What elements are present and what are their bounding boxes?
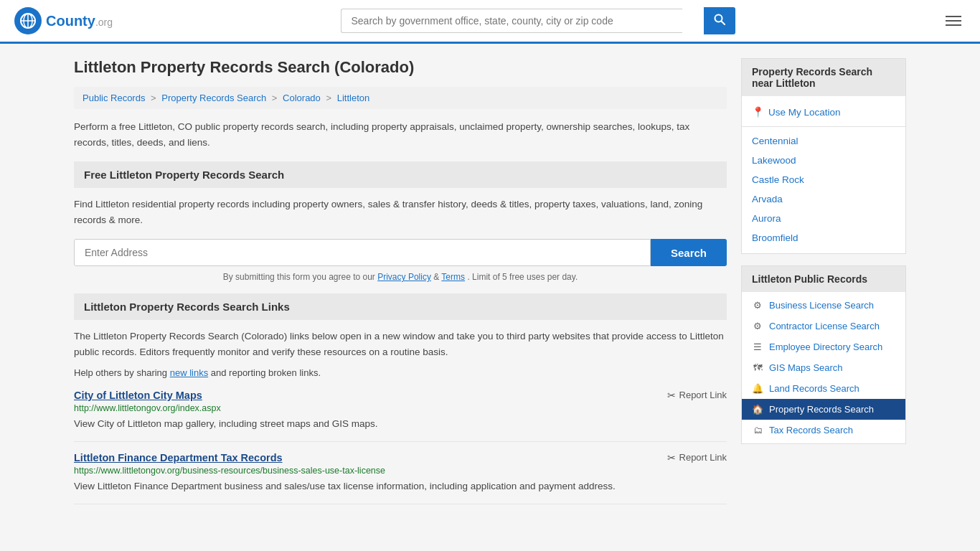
and-text: & [433, 272, 441, 282]
breadcrumb-sep-1: > [151, 93, 159, 103]
free-search-description: Find Littleton residential property reco… [74, 197, 727, 227]
link-item-2-header: Littleton Finance Department Tax Records… [74, 452, 727, 463]
sidebar-record-employee-directory-label: Employee Directory Search [769, 342, 882, 352]
sidebar-record-contractor-license[interactable]: ⚙ Contractor License Search [742, 316, 905, 336]
report-link-label-2: Report Link [679, 452, 727, 463]
sidebar-public-records-title: Littleton Public Records [742, 266, 905, 292]
search-button[interactable]: Search [651, 239, 727, 266]
business-license-icon: ⚙ [752, 300, 763, 311]
report-link-btn-1[interactable]: ✂ Report Link [667, 390, 727, 401]
menu-bar-3 [946, 24, 961, 26]
use-my-location-item[interactable]: 📍 Use My Location [742, 102, 905, 122]
form-disclaimer: By submitting this form you agree to our… [74, 272, 727, 282]
land-records-icon: 🔔 [752, 383, 763, 394]
sidebar-location-aurora[interactable]: Aurora [742, 209, 905, 228]
employee-directory-icon: ☰ [752, 342, 763, 352]
logo-icon [14, 7, 42, 34]
gis-maps-icon: 🗺 [752, 362, 763, 373]
link-item-1: City of Littleton City Maps ✂ Report Lin… [74, 390, 727, 442]
report-link-label-1: Report Link [679, 390, 727, 400]
report-icon-2: ✂ [667, 452, 676, 463]
breadcrumb-sep-2: > [272, 93, 280, 103]
contractor-license-icon: ⚙ [752, 321, 763, 331]
sidebar-nearby-title: Property Records Search near Littleton [742, 59, 905, 96]
sidebar-record-gis-maps[interactable]: 🗺 GIS Maps Search [742, 357, 905, 378]
page-container: Littleton Property Records Search (Color… [60, 44, 920, 529]
use-my-location-label: Use My Location [768, 107, 841, 118]
breadcrumb-public-records[interactable]: Public Records [83, 93, 145, 103]
page-title: Littleton Property Records Search (Color… [74, 58, 727, 77]
address-input[interactable] [74, 239, 651, 266]
location-divider [742, 126, 905, 127]
sidebar-record-business-license-label: Business License Search [769, 300, 874, 311]
logo-area: County.org [14, 7, 113, 34]
report-icon-1: ✂ [667, 390, 676, 401]
disclaimer-text: By submitting this form you agree to our [223, 272, 375, 282]
sidebar-record-land-records[interactable]: 🔔 Land Records Search [742, 378, 905, 399]
page-header: County.org [0, 0, 980, 44]
menu-button[interactable] [941, 11, 966, 30]
sidebar-record-tax-records[interactable]: 🗂 Tax Records Search [742, 420, 905, 441]
sidebar-record-property-records[interactable]: 🏠 Property Records Search [742, 399, 905, 420]
and-report-text: and reporting broken links. [211, 367, 321, 378]
logo-text: County.org [46, 13, 113, 29]
link-item-1-url[interactable]: http://www.littletongov.org/index.aspx [74, 403, 727, 413]
sidebar-public-records-box: Littleton Public Records ⚙ Business Lice… [741, 265, 906, 444]
page-description: Perform a free Littleton, CO public prop… [74, 119, 727, 150]
report-link-btn-2[interactable]: ✂ Report Link [667, 452, 727, 463]
svg-line-6 [721, 22, 725, 25]
sidebar-nearby-box: Property Records Search near Littleton 📍… [741, 58, 906, 254]
menu-bar-1 [946, 16, 961, 17]
help-text: Help others by sharing new links and rep… [74, 367, 727, 378]
main-content: Littleton Property Records Search (Color… [74, 58, 727, 514]
menu-bar-2 [946, 20, 961, 22]
link-item-1-title[interactable]: City of Littleton City Maps [74, 390, 202, 401]
sidebar-records-list: ⚙ Business License Search ⚙ Contractor L… [742, 292, 905, 443]
help-prefix: Help others by sharing [74, 367, 167, 378]
logo-domain: .org [95, 17, 113, 28]
link-item-2-desc: View Littleton Finance Department busine… [74, 479, 727, 494]
sidebar-record-land-records-label: Land Records Search [769, 383, 859, 394]
sidebar-location-arvada[interactable]: Arvada [742, 189, 905, 209]
sidebar: Property Records Search near Littleton 📍… [741, 58, 906, 514]
breadcrumb-colorado[interactable]: Colorado [283, 93, 321, 103]
logo-county: County [46, 13, 95, 29]
sidebar-record-contractor-license-label: Contractor License Search [769, 321, 880, 331]
link-item-2-title[interactable]: Littleton Finance Department Tax Records [74, 452, 283, 463]
sidebar-record-business-license[interactable]: ⚙ Business License Search [742, 295, 905, 316]
tax-records-icon: 🗂 [752, 425, 763, 435]
terms-link[interactable]: Terms [441, 272, 465, 282]
breadcrumb: Public Records > Property Records Search… [74, 87, 727, 109]
free-search-header: Free Littleton Property Records Search [74, 161, 727, 188]
breadcrumb-property-records-search[interactable]: Property Records Search [161, 93, 266, 103]
limit-text: . Limit of 5 free uses per day. [467, 272, 578, 282]
sidebar-record-employee-directory[interactable]: ☰ Employee Directory Search [742, 336, 905, 357]
sidebar-location-castle-rock[interactable]: Castle Rock [742, 170, 905, 189]
header-search-button[interactable] [704, 7, 735, 34]
link-item-2-url[interactable]: https://www.littletongov.org/business-re… [74, 466, 727, 476]
pin-icon-location: 📍 [752, 106, 764, 118]
header-search-area [319, 7, 735, 34]
sidebar-location-centennial[interactable]: Centennial [742, 131, 905, 151]
sidebar-record-tax-records-label: Tax Records Search [769, 425, 853, 435]
property-records-icon: 🏠 [752, 404, 763, 415]
sidebar-record-gis-maps-label: GIS Maps Search [769, 362, 843, 373]
link-item-1-desc: View City of Littleton map gallery, incl… [74, 417, 727, 431]
links-section: Littleton Property Records Search Links … [74, 293, 727, 504]
sidebar-location-broomfield[interactable]: Broomfield [742, 228, 905, 248]
link-item-2: Littleton Finance Department Tax Records… [74, 452, 727, 504]
header-search-input[interactable] [341, 9, 682, 33]
address-search-row: Search [74, 239, 727, 266]
links-description: The Littleton Property Records Search (C… [74, 329, 727, 359]
breadcrumb-sep-3: > [326, 93, 334, 103]
links-section-header: Littleton Property Records Search Links [74, 293, 727, 320]
search-box-area: Find Littleton residential property reco… [74, 197, 727, 282]
sidebar-location-list: 📍 Use My Location Centennial Lakewood Ca… [742, 96, 905, 253]
sidebar-record-property-records-label: Property Records Search [769, 404, 874, 415]
sidebar-location-lakewood[interactable]: Lakewood [742, 151, 905, 170]
link-item-1-header: City of Littleton City Maps ✂ Report Lin… [74, 390, 727, 401]
breadcrumb-littleton[interactable]: Littleton [337, 93, 370, 103]
privacy-link[interactable]: Privacy Policy [377, 272, 431, 282]
new-links-link[interactable]: new links [170, 367, 208, 378]
